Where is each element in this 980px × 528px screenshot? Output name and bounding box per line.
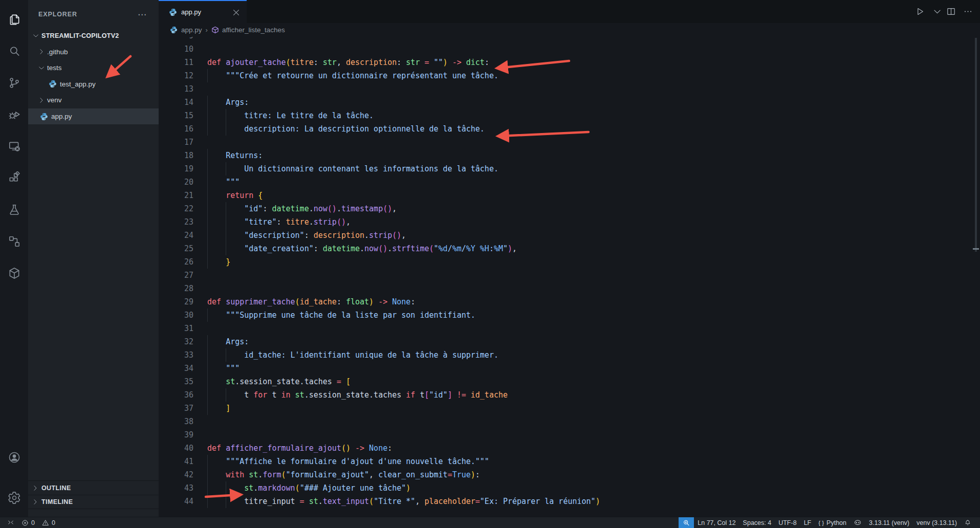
- code-line-43[interactable]: 43 st.markdown("### Ajouter une tâche"): [159, 481, 980, 495]
- code-line-26[interactable]: 26 }: [159, 255, 980, 269]
- code-line-36[interactable]: 36 t for t in st.session_state.taches if…: [159, 388, 980, 402]
- line-number[interactable]: 9: [159, 37, 193, 42]
- status-encoding[interactable]: UTF-8: [775, 517, 800, 528]
- references-icon[interactable]: [8, 235, 21, 248]
- status-search-editor-toggle[interactable]: [679, 517, 694, 528]
- line-number[interactable]: 15: [159, 109, 193, 122]
- code-line-39[interactable]: 39: [159, 428, 980, 442]
- code-line-33[interactable]: 33 id_tache: L'identifiant unique de la …: [159, 348, 980, 362]
- line-number[interactable]: 18: [159, 149, 193, 162]
- tree-item--github[interactable]: .github: [28, 44, 159, 60]
- code-line-32[interactable]: 32 Args:: [159, 335, 980, 348]
- status-python-environment[interactable]: venv (3.13.11): [913, 517, 961, 528]
- tree-item-test-app-py[interactable]: test_app.py: [28, 76, 159, 92]
- status-eol-sequence[interactable]: LF: [800, 517, 815, 528]
- code-line-18[interactable]: 18 Returns:: [159, 149, 980, 162]
- line-number[interactable]: 16: [159, 122, 193, 136]
- code-line-11[interactable]: 11def ajouter_tache(titre: str, descript…: [159, 56, 980, 69]
- explorer-more-actions-icon[interactable]: ⋯: [135, 8, 150, 21]
- run-dropdown-chevron-icon[interactable]: [932, 7, 939, 16]
- code-line-12[interactable]: 12 """Crée et retourne un dictionnaire r…: [159, 69, 980, 82]
- line-number[interactable]: 36: [159, 388, 193, 402]
- code-line-25[interactable]: 25 "date_creation": datetime.now().strft…: [159, 242, 980, 255]
- extensions-icon[interactable]: [8, 171, 21, 185]
- testing-icon[interactable]: [8, 203, 21, 216]
- line-number[interactable]: 44: [159, 495, 193, 508]
- line-number[interactable]: 20: [159, 175, 193, 189]
- code-line-31[interactable]: 31: [159, 322, 980, 335]
- line-number[interactable]: 23: [159, 215, 193, 229]
- breadcrumb-symbol[interactable]: afficher_liste_taches: [222, 26, 285, 34]
- tree-item-app-py[interactable]: app.py: [28, 108, 159, 124]
- line-number[interactable]: 39: [159, 428, 193, 442]
- code-line-14[interactable]: 14 Args:: [159, 96, 980, 109]
- tree-item-streamlit-copilotv2[interactable]: STREAMLIT-COPILOTV2: [28, 28, 159, 43]
- tab-app-py[interactable]: app.py: [159, 0, 247, 23]
- code-line-10[interactable]: 10: [159, 42, 980, 56]
- code-line-23[interactable]: 23 "titre": titre.strip(),: [159, 215, 980, 229]
- code-line-22[interactable]: 22 "id": datetime.now().timestamp(),: [159, 202, 980, 215]
- line-number[interactable]: 11: [159, 56, 193, 69]
- code-line-16[interactable]: 16 description: La description optionnel…: [159, 122, 980, 136]
- line-number[interactable]: 40: [159, 442, 193, 455]
- code-line-28[interactable]: 28: [159, 282, 980, 295]
- code-line-42[interactable]: 42 with st.form("formulaire_ajout", clea…: [159, 468, 980, 481]
- line-number[interactable]: 25: [159, 242, 193, 255]
- code-line-37[interactable]: 37 ]: [159, 402, 980, 415]
- line-number[interactable]: 13: [159, 82, 193, 96]
- status-language-mode[interactable]: { }Python: [815, 517, 850, 528]
- split-editor-button[interactable]: [946, 7, 956, 16]
- package-icon[interactable]: [8, 267, 21, 280]
- line-number[interactable]: 17: [159, 136, 193, 149]
- line-number[interactable]: 34: [159, 362, 193, 375]
- line-number[interactable]: 41: [159, 455, 193, 468]
- line-number[interactable]: 27: [159, 269, 193, 282]
- run-debug-icon[interactable]: [8, 108, 21, 121]
- tree-item-tests[interactable]: tests: [28, 60, 159, 76]
- code-line-38[interactable]: 38: [159, 415, 980, 428]
- code-editor[interactable]: 9 "1011def ajouter_tache(titre: str, des…: [159, 37, 980, 517]
- outline-section-header[interactable]: OUTLINE: [28, 480, 159, 495]
- code-line-27[interactable]: 27: [159, 269, 980, 282]
- code-line-19[interactable]: 19 Un dictionnaire contenant les informa…: [159, 162, 980, 175]
- code-line-20[interactable]: 20 """: [159, 175, 980, 189]
- code-line-17[interactable]: 17: [159, 136, 980, 149]
- code-line-9[interactable]: 9 ": [159, 37, 980, 42]
- settings-gear-icon[interactable]: [8, 491, 21, 504]
- line-number[interactable]: 32: [159, 335, 193, 348]
- line-number[interactable]: 31: [159, 322, 193, 335]
- line-number[interactable]: 10: [159, 42, 193, 56]
- status-copilot[interactable]: [850, 517, 865, 528]
- line-number[interactable]: 29: [159, 295, 193, 309]
- line-number[interactable]: 38: [159, 415, 193, 428]
- line-number[interactable]: 33: [159, 348, 193, 362]
- close-tab-icon[interactable]: [232, 8, 241, 17]
- line-number[interactable]: 28: [159, 282, 193, 295]
- timeline-section-header[interactable]: TIMELINE: [28, 495, 159, 509]
- status-indentation[interactable]: Spaces: 4: [739, 517, 775, 528]
- code-line-40[interactable]: 40def afficher_formulaire_ajout() -> Non…: [159, 442, 980, 455]
- line-number[interactable]: 12: [159, 69, 193, 82]
- code-line-13[interactable]: 13: [159, 82, 980, 96]
- account-icon[interactable]: [8, 451, 21, 464]
- line-number[interactable]: 43: [159, 481, 193, 495]
- line-number[interactable]: 24: [159, 229, 193, 242]
- status-notifications[interactable]: [961, 517, 975, 528]
- code-line-21[interactable]: 21 return {: [159, 189, 980, 202]
- remote-explorer-icon[interactable]: [8, 140, 21, 153]
- line-number[interactable]: 42: [159, 468, 193, 481]
- more-actions-button[interactable]: [963, 7, 973, 16]
- line-number[interactable]: 22: [159, 202, 193, 215]
- line-number[interactable]: 19: [159, 162, 193, 175]
- code-line-15[interactable]: 15 titre: Le titre de la tâche.: [159, 109, 980, 122]
- status-problems-warnings[interactable]: 0: [38, 517, 59, 528]
- line-number[interactable]: 14: [159, 96, 193, 109]
- code-line-34[interactable]: 34 """: [159, 362, 980, 375]
- source-control-icon[interactable]: [8, 76, 21, 90]
- code-line-30[interactable]: 30 """Supprime une tâche de la liste par…: [159, 309, 980, 322]
- code-line-35[interactable]: 35 st.session_state.taches = [: [159, 375, 980, 388]
- line-number[interactable]: 30: [159, 309, 193, 322]
- explorer-icon[interactable]: [8, 13, 21, 26]
- code-line-29[interactable]: 29def supprimer_tache(id_tache: float) -…: [159, 295, 980, 309]
- tree-item-venv[interactable]: venv: [28, 92, 159, 108]
